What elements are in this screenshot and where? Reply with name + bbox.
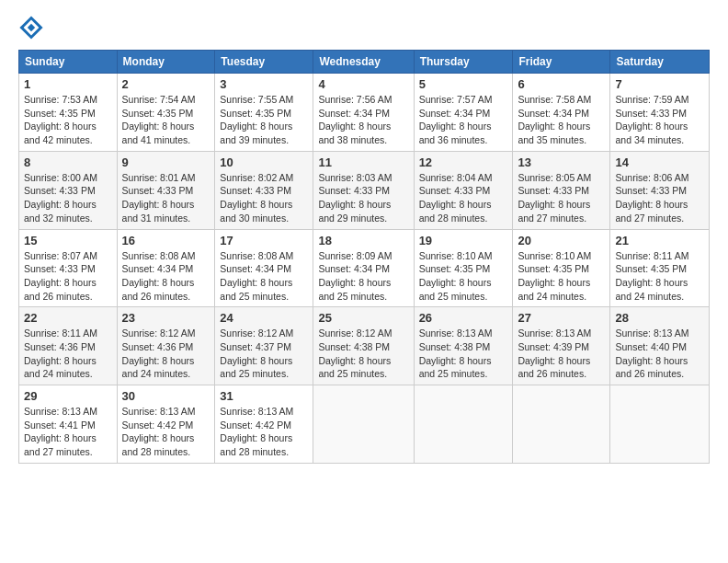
day-info: Sunrise: 8:01 AM Sunset: 4:33 PM Dayligh… <box>122 171 210 225</box>
calendar-cell: 25Sunrise: 8:12 AM Sunset: 4:38 PM Dayli… <box>313 307 414 385</box>
day-number: 17 <box>220 234 308 247</box>
day-number: 7 <box>615 77 704 91</box>
day-info: Sunrise: 7:55 AM Sunset: 4:35 PM Dayligh… <box>220 93 308 147</box>
day-number: 21 <box>615 234 704 247</box>
calendar-cell: 24Sunrise: 8:12 AM Sunset: 4:37 PM Dayli… <box>215 307 313 385</box>
calendar-cell: 2Sunrise: 7:54 AM Sunset: 4:35 PM Daylig… <box>117 74 215 152</box>
day-info: Sunrise: 7:53 AM Sunset: 4:35 PM Dayligh… <box>24 93 112 147</box>
day-info: Sunrise: 7:59 AM Sunset: 4:33 PM Dayligh… <box>615 93 704 147</box>
day-number: 11 <box>318 155 408 169</box>
calendar-cell: 22Sunrise: 8:11 AM Sunset: 4:36 PM Dayli… <box>19 307 118 385</box>
calendar-cell <box>313 385 414 464</box>
calendar-cell: 21Sunrise: 8:11 AM Sunset: 4:35 PM Dayli… <box>610 229 710 307</box>
calendar-body: 1Sunrise: 7:53 AM Sunset: 4:35 PM Daylig… <box>19 74 710 464</box>
day-number: 29 <box>24 389 112 403</box>
calendar-cell: 19Sunrise: 8:10 AM Sunset: 4:35 PM Dayli… <box>414 229 513 307</box>
day-info: Sunrise: 8:13 AM Sunset: 4:42 PM Dayligh… <box>220 405 308 459</box>
day-number: 25 <box>318 311 408 325</box>
day-info: Sunrise: 8:12 AM Sunset: 4:36 PM Dayligh… <box>122 327 210 381</box>
day-info: Sunrise: 8:09 AM Sunset: 4:34 PM Dayligh… <box>318 249 408 304</box>
week-row-4: 22Sunrise: 8:11 AM Sunset: 4:36 PM Dayli… <box>19 307 710 385</box>
day-number: 3 <box>220 77 308 91</box>
day-info: Sunrise: 8:04 AM Sunset: 4:33 PM Dayligh… <box>419 171 508 225</box>
day-number: 12 <box>419 155 508 169</box>
day-number: 28 <box>615 311 704 325</box>
day-info: Sunrise: 8:05 AM Sunset: 4:33 PM Dayligh… <box>518 171 605 225</box>
day-info: Sunrise: 7:56 AM Sunset: 4:34 PM Dayligh… <box>318 93 408 147</box>
day-number: 22 <box>24 311 112 325</box>
day-info: Sunrise: 8:13 AM Sunset: 4:41 PM Dayligh… <box>24 405 112 459</box>
header-row: SundayMondayTuesdayWednesdayThursdayFrid… <box>19 51 710 74</box>
day-number: 1 <box>24 77 112 91</box>
day-number: 5 <box>419 77 508 91</box>
day-number: 8 <box>24 155 112 169</box>
calendar-cell: 4Sunrise: 7:56 AM Sunset: 4:34 PM Daylig… <box>313 74 414 152</box>
day-number: 9 <box>122 155 210 169</box>
week-row-5: 29Sunrise: 8:13 AM Sunset: 4:41 PM Dayli… <box>19 385 710 464</box>
day-info: Sunrise: 8:13 AM Sunset: 4:40 PM Dayligh… <box>615 327 704 381</box>
calendar-cell: 31Sunrise: 8:13 AM Sunset: 4:42 PM Dayli… <box>215 385 313 464</box>
calendar-cell: 11Sunrise: 8:03 AM Sunset: 4:33 PM Dayli… <box>313 151 414 229</box>
header-day-monday: Monday <box>117 51 215 74</box>
calendar-cell: 12Sunrise: 8:04 AM Sunset: 4:33 PM Dayli… <box>414 151 513 229</box>
header-day-sunday: Sunday <box>19 51 118 74</box>
header-day-thursday: Thursday <box>414 51 513 74</box>
header <box>18 15 710 40</box>
day-number: 15 <box>24 234 112 247</box>
day-number: 31 <box>220 389 308 403</box>
week-row-1: 1Sunrise: 7:53 AM Sunset: 4:35 PM Daylig… <box>19 74 710 152</box>
calendar-cell: 30Sunrise: 8:13 AM Sunset: 4:42 PM Dayli… <box>117 385 215 464</box>
day-number: 30 <box>122 389 210 403</box>
calendar-cell: 9Sunrise: 8:01 AM Sunset: 4:33 PM Daylig… <box>117 151 215 229</box>
day-number: 16 <box>122 234 210 247</box>
day-number: 14 <box>615 155 704 169</box>
day-info: Sunrise: 8:11 AM Sunset: 4:35 PM Dayligh… <box>615 249 704 304</box>
calendar-header: SundayMondayTuesdayWednesdayThursdayFrid… <box>19 51 710 74</box>
day-info: Sunrise: 8:13 AM Sunset: 4:42 PM Dayligh… <box>122 405 210 459</box>
calendar-cell: 27Sunrise: 8:13 AM Sunset: 4:39 PM Dayli… <box>513 307 610 385</box>
day-info: Sunrise: 8:12 AM Sunset: 4:37 PM Dayligh… <box>220 327 308 381</box>
page: SundayMondayTuesdayWednesdayThursdayFrid… <box>0 0 728 473</box>
calendar-cell: 17Sunrise: 8:08 AM Sunset: 4:34 PM Dayli… <box>215 229 313 307</box>
day-info: Sunrise: 8:00 AM Sunset: 4:33 PM Dayligh… <box>24 171 112 225</box>
logo-icon <box>18 15 44 40</box>
calendar-cell: 7Sunrise: 7:59 AM Sunset: 4:33 PM Daylig… <box>610 74 710 152</box>
header-day-tuesday: Tuesday <box>215 51 313 74</box>
day-info: Sunrise: 8:10 AM Sunset: 4:35 PM Dayligh… <box>518 249 605 304</box>
day-number: 18 <box>318 234 408 247</box>
day-info: Sunrise: 8:07 AM Sunset: 4:33 PM Dayligh… <box>24 249 112 304</box>
day-info: Sunrise: 8:06 AM Sunset: 4:33 PM Dayligh… <box>615 171 704 225</box>
day-info: Sunrise: 8:13 AM Sunset: 4:39 PM Dayligh… <box>518 327 605 381</box>
calendar-cell: 6Sunrise: 7:58 AM Sunset: 4:34 PM Daylig… <box>513 74 610 152</box>
calendar-cell: 10Sunrise: 8:02 AM Sunset: 4:33 PM Dayli… <box>215 151 313 229</box>
header-day-friday: Friday <box>513 51 610 74</box>
day-info: Sunrise: 7:58 AM Sunset: 4:34 PM Dayligh… <box>518 93 605 147</box>
day-info: Sunrise: 7:54 AM Sunset: 4:35 PM Dayligh… <box>122 93 210 147</box>
calendar-cell: 18Sunrise: 8:09 AM Sunset: 4:34 PM Dayli… <box>313 229 414 307</box>
calendar-cell: 8Sunrise: 8:00 AM Sunset: 4:33 PM Daylig… <box>19 151 118 229</box>
day-number: 6 <box>518 77 605 91</box>
day-number: 27 <box>518 311 605 325</box>
day-number: 2 <box>122 77 210 91</box>
calendar-cell: 5Sunrise: 7:57 AM Sunset: 4:34 PM Daylig… <box>414 74 513 152</box>
calendar-table: SundayMondayTuesdayWednesdayThursdayFrid… <box>18 50 710 464</box>
day-info: Sunrise: 8:13 AM Sunset: 4:38 PM Dayligh… <box>419 327 508 381</box>
day-number: 26 <box>419 311 508 325</box>
week-row-2: 8Sunrise: 8:00 AM Sunset: 4:33 PM Daylig… <box>19 151 710 229</box>
calendar-cell: 28Sunrise: 8:13 AM Sunset: 4:40 PM Dayli… <box>610 307 710 385</box>
calendar-cell: 13Sunrise: 8:05 AM Sunset: 4:33 PM Dayli… <box>513 151 610 229</box>
calendar-cell: 20Sunrise: 8:10 AM Sunset: 4:35 PM Dayli… <box>513 229 610 307</box>
calendar-cell: 15Sunrise: 8:07 AM Sunset: 4:33 PM Dayli… <box>19 229 118 307</box>
day-info: Sunrise: 8:10 AM Sunset: 4:35 PM Dayligh… <box>419 249 508 304</box>
day-info: Sunrise: 8:08 AM Sunset: 4:34 PM Dayligh… <box>220 249 308 304</box>
week-row-3: 15Sunrise: 8:07 AM Sunset: 4:33 PM Dayli… <box>19 229 710 307</box>
header-day-saturday: Saturday <box>610 51 710 74</box>
header-day-wednesday: Wednesday <box>313 51 414 74</box>
day-number: 4 <box>318 77 408 91</box>
calendar-cell: 3Sunrise: 7:55 AM Sunset: 4:35 PM Daylig… <box>215 74 313 152</box>
day-number: 19 <box>419 234 508 247</box>
day-info: Sunrise: 8:12 AM Sunset: 4:38 PM Dayligh… <box>318 327 408 381</box>
calendar-cell: 23Sunrise: 8:12 AM Sunset: 4:36 PM Dayli… <box>117 307 215 385</box>
day-info: Sunrise: 8:03 AM Sunset: 4:33 PM Dayligh… <box>318 171 408 225</box>
day-number: 13 <box>518 155 605 169</box>
